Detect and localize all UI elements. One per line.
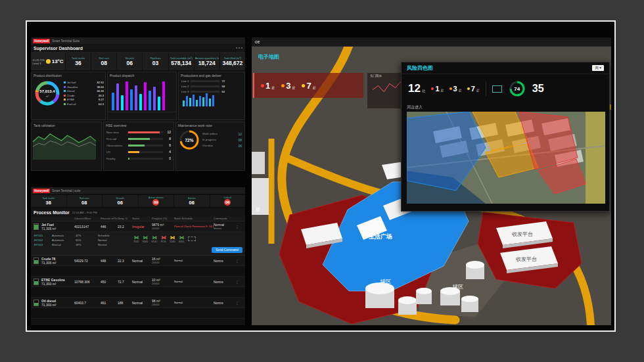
valve-label: PCS bbox=[161, 240, 166, 243]
kpi-strip: 4 L25 72S Level 3 13°C Tank trucks36Rail… bbox=[31, 53, 245, 70]
legend-name: Gasoline bbox=[67, 85, 78, 89]
valve-label: 720D bbox=[170, 240, 175, 243]
honeywell-logo: Honeywell bbox=[33, 39, 50, 43]
send-command-button[interactable]: Send Command bbox=[212, 247, 242, 253]
safety-gauge: 74 bbox=[508, 79, 526, 98]
valve-indicator: ⋈V201 bbox=[179, 235, 185, 243]
legend-value: 66.36 bbox=[97, 89, 104, 93]
risk-total-unit: 处 bbox=[422, 89, 426, 93]
dispatch-bar bbox=[158, 97, 160, 110]
hse-overview-panel: HSE overview Near miss12First aid8Observ… bbox=[103, 122, 174, 171]
hse-value: 4 bbox=[165, 150, 171, 154]
risk-total: 12 bbox=[408, 82, 421, 95]
table-cell: 450 bbox=[101, 280, 118, 284]
row-more-button[interactable]: ⋮ bbox=[229, 301, 245, 305]
kpi-tile: Critical06 bbox=[210, 195, 246, 207]
hse-bar bbox=[128, 151, 139, 153]
detail-id: JH7001 bbox=[34, 234, 52, 237]
risk-panel-header: 风险四色图 周 ▾ bbox=[402, 62, 609, 74]
row-more-button[interactable]: ⋮ bbox=[229, 225, 245, 229]
kpi-tile: Vessels06 bbox=[103, 195, 138, 207]
supervisor-dashboard: Honeywell Smart Terminal Suite Superviso… bbox=[31, 37, 245, 171]
dispatch-bar bbox=[162, 81, 165, 110]
dispatch-bar bbox=[153, 87, 156, 110]
risk-count: 1处 bbox=[431, 85, 444, 93]
risk-count-value: 7 bbox=[471, 85, 475, 93]
kpi-tile: Pipelines03 bbox=[143, 53, 168, 70]
legend-swatch-icon bbox=[64, 86, 66, 88]
risk-dot-icon bbox=[281, 84, 285, 87]
kpi-value: 06 bbox=[118, 200, 123, 206]
production-bar bbox=[196, 100, 198, 107]
column-header: Progress (%) bbox=[152, 217, 174, 220]
hse-track bbox=[128, 138, 163, 140]
legend-swatch-icon bbox=[64, 81, 66, 83]
table-row[interactable]: Jet Fuel71,305 m³4021314744623.2Irregula… bbox=[31, 221, 245, 232]
brand-tagline: Smart Terminal | suite bbox=[52, 189, 80, 192]
map-title: 电子地图 bbox=[258, 53, 279, 60]
map-application: ce bbox=[252, 37, 611, 325]
maintenance-label: Overdue bbox=[202, 144, 213, 148]
detail-subtable: JH7001Automatic42%ScheduleJH7002Automati… bbox=[34, 234, 129, 253]
panel-title: Productions and gas deliver bbox=[179, 72, 244, 78]
dash1-header-bar: Honeywell Smart Terminal Suite bbox=[31, 37, 245, 44]
progress-bottom: 10000 bbox=[152, 227, 174, 230]
table-row[interactable]: Crude 7871,305 m³54029.7244822.3Normal16… bbox=[31, 256, 245, 266]
building-label: 楼 bbox=[256, 207, 260, 212]
kpi-value: 578,134 bbox=[171, 60, 191, 66]
risk-count-unit: 处 bbox=[271, 85, 275, 89]
table-cell: Normal bbox=[174, 280, 214, 283]
row-more-button[interactable]: ⋮ bbox=[229, 259, 245, 263]
product-distribution-panel: Product distribution 57,013.4 m³ Jet fue… bbox=[31, 72, 106, 120]
risk-count-value: 1 bbox=[265, 81, 270, 91]
valve-icon: ⋈ bbox=[179, 235, 184, 240]
productions-rows: Line 172Line 258Line 364 bbox=[179, 78, 244, 95]
risk-count-value: 3 bbox=[286, 81, 290, 91]
table-cell: 448 bbox=[101, 259, 118, 263]
valve-label: V14C bbox=[151, 240, 158, 243]
product-dispatch-chart bbox=[108, 78, 176, 112]
tank-icon bbox=[34, 258, 39, 264]
table-row[interactable]: ETBE Gasoline71,300 m³10768.30645072.7No… bbox=[31, 277, 245, 287]
menu-dots-icon[interactable] bbox=[236, 47, 242, 49]
risk-panel-title: 风险四色图 bbox=[407, 64, 433, 72]
donut-center-value: 57,013.4 bbox=[39, 89, 55, 93]
table-cell: ETBE Gasoline71,300 m³ bbox=[41, 278, 74, 286]
period-select[interactable]: 周 ▾ bbox=[592, 65, 604, 71]
valve-indicator: ⋈V14C bbox=[151, 235, 158, 243]
legend-row: Jet fuel82.92 bbox=[64, 81, 104, 84]
weather-tile: 4 L25 72S Level 3 13°C bbox=[31, 53, 65, 70]
donut-legend: Jet fuel82.92Gasoline38.66Diesel66.36Cru… bbox=[64, 81, 104, 106]
valve-indicator: ⋈720D bbox=[170, 235, 175, 243]
row-more-button[interactable]: ⋮ bbox=[229, 280, 245, 284]
detail-sub-row: JH7003Manual18%Normal bbox=[34, 243, 129, 246]
production-bar bbox=[199, 96, 201, 106]
smart-terminal-dashboard: Honeywell Smart Terminal | suite Tank tr… bbox=[31, 187, 245, 325]
legend-name: Jet fuel bbox=[67, 81, 76, 84]
risk-panel-toggle[interactable] bbox=[492, 85, 502, 93]
tank-fill-level bbox=[34, 303, 38, 305]
weather-line2: Level 3 bbox=[32, 62, 44, 65]
kpi-value: 03 bbox=[152, 60, 158, 66]
risk-dot-icon bbox=[449, 87, 452, 90]
table-cell: 9879 m³10000 bbox=[152, 223, 174, 230]
tank-utilization-chart bbox=[32, 128, 97, 161]
risk-count-unit: 处 bbox=[459, 88, 462, 92]
tank-icon bbox=[34, 279, 39, 285]
valve-indicator: ⋈PCS bbox=[161, 235, 166, 243]
brand-tagline: Smart Terminal Suite bbox=[52, 39, 80, 43]
risk-count-value: 7 bbox=[306, 81, 311, 91]
valve-label: V042 bbox=[142, 240, 148, 243]
legend-row: Diesel66.36 bbox=[64, 89, 104, 93]
production-bar bbox=[209, 99, 211, 106]
column-header: Status bbox=[132, 217, 152, 220]
progress-bottom: 24000 bbox=[152, 261, 174, 264]
tank-utilization-panel: Tank utilization bbox=[31, 122, 102, 171]
table-row[interactable]: Oil diesel71,300 m³60403.7461188Normal98… bbox=[31, 298, 245, 308]
product-distribution-donut: 57,013.4 m³ bbox=[33, 79, 62, 108]
risk-four-color-panel: 风险四色图 周 ▾ 12 处 1处3处7处 bbox=[401, 62, 610, 212]
production-bar bbox=[189, 98, 191, 106]
table-cell: 446 bbox=[101, 225, 118, 229]
hse-value: 8 bbox=[165, 137, 171, 141]
hse-track bbox=[128, 145, 163, 147]
